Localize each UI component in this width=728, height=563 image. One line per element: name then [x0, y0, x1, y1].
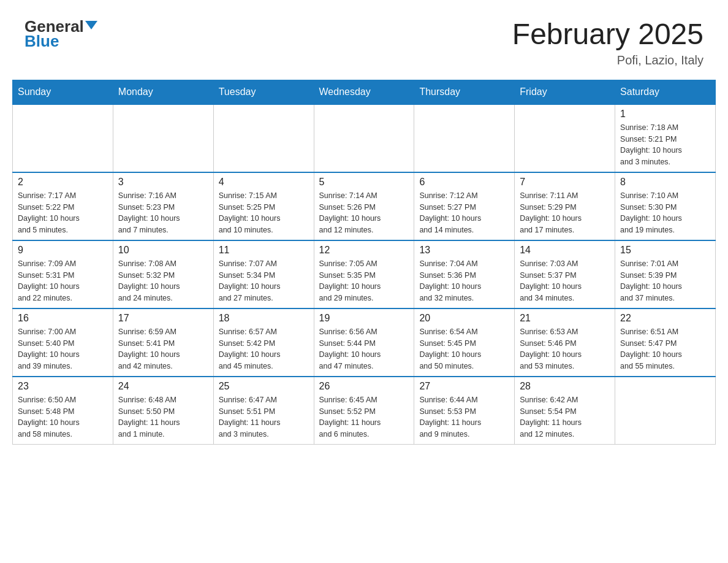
week-row-1: 1Sunrise: 7:18 AMSunset: 5:21 PMDaylight…	[13, 104, 716, 172]
calendar-cell: 26Sunrise: 6:45 AMSunset: 5:52 PMDayligh…	[314, 377, 414, 445]
calendar-cell: 23Sunrise: 6:50 AMSunset: 5:48 PMDayligh…	[13, 377, 113, 445]
day-number: 20	[419, 313, 509, 324]
day-info: Sunrise: 7:18 AMSunset: 5:21 PMDaylight:…	[620, 122, 710, 168]
day-number: 17	[118, 313, 208, 324]
calendar-cell: 25Sunrise: 6:47 AMSunset: 5:51 PMDayligh…	[213, 377, 314, 445]
day-number: 2	[18, 177, 108, 188]
calendar-table: Sunday Monday Tuesday Wednesday Thursday…	[12, 80, 716, 445]
header-wednesday: Wednesday	[314, 80, 414, 104]
day-number: 25	[219, 381, 309, 392]
calendar-cell: 8Sunrise: 7:10 AMSunset: 5:30 PMDaylight…	[615, 172, 716, 240]
day-info: Sunrise: 6:45 AMSunset: 5:52 PMDaylight:…	[319, 394, 409, 440]
day-info: Sunrise: 6:56 AMSunset: 5:44 PMDaylight:…	[319, 326, 409, 372]
day-number: 9	[18, 245, 108, 256]
day-number: 1	[620, 109, 710, 120]
day-number: 18	[219, 313, 309, 324]
day-info: Sunrise: 6:42 AMSunset: 5:54 PMDaylight:…	[520, 394, 610, 440]
day-number: 26	[319, 381, 409, 392]
calendar-cell	[414, 104, 515, 172]
day-info: Sunrise: 7:11 AMSunset: 5:29 PMDaylight:…	[520, 190, 610, 236]
calendar-cell: 22Sunrise: 6:51 AMSunset: 5:47 PMDayligh…	[615, 308, 716, 377]
day-number: 11	[219, 245, 309, 256]
day-info: Sunrise: 6:59 AMSunset: 5:41 PMDaylight:…	[118, 326, 208, 372]
day-info: Sunrise: 6:51 AMSunset: 5:47 PMDaylight:…	[620, 326, 710, 372]
day-number: 12	[319, 245, 409, 256]
week-row-4: 16Sunrise: 7:00 AMSunset: 5:40 PMDayligh…	[13, 308, 716, 377]
calendar-cell: 16Sunrise: 7:00 AMSunset: 5:40 PMDayligh…	[13, 308, 113, 377]
day-info: Sunrise: 7:00 AMSunset: 5:40 PMDaylight:…	[18, 326, 108, 372]
day-info: Sunrise: 6:57 AMSunset: 5:42 PMDaylight:…	[219, 326, 309, 372]
day-info: Sunrise: 7:08 AMSunset: 5:32 PMDaylight:…	[118, 258, 208, 304]
day-info: Sunrise: 7:07 AMSunset: 5:34 PMDaylight:…	[219, 258, 309, 304]
day-number: 3	[118, 177, 208, 188]
calendar-cell: 3Sunrise: 7:16 AMSunset: 5:23 PMDaylight…	[113, 172, 213, 240]
weekday-header-row: Sunday Monday Tuesday Wednesday Thursday…	[13, 80, 716, 104]
calendar-cell: 7Sunrise: 7:11 AMSunset: 5:29 PMDaylight…	[515, 172, 615, 240]
day-number: 23	[18, 381, 108, 392]
day-number: 8	[620, 177, 710, 188]
day-number: 10	[118, 245, 208, 256]
header-thursday: Thursday	[414, 80, 515, 104]
calendar-cell: 19Sunrise: 6:56 AMSunset: 5:44 PMDayligh…	[314, 308, 414, 377]
day-info: Sunrise: 6:53 AMSunset: 5:46 PMDaylight:…	[520, 326, 610, 372]
day-number: 14	[520, 245, 610, 256]
calendar-cell: 2Sunrise: 7:17 AMSunset: 5:22 PMDaylight…	[13, 172, 113, 240]
calendar-cell: 4Sunrise: 7:15 AMSunset: 5:25 PMDaylight…	[213, 172, 314, 240]
day-number: 7	[520, 177, 610, 188]
week-row-3: 9Sunrise: 7:09 AMSunset: 5:31 PMDaylight…	[13, 240, 716, 308]
week-row-5: 23Sunrise: 6:50 AMSunset: 5:48 PMDayligh…	[13, 377, 716, 445]
calendar-cell: 27Sunrise: 6:44 AMSunset: 5:53 PMDayligh…	[414, 377, 515, 445]
calendar-cell	[213, 104, 314, 172]
calendar-cell: 15Sunrise: 7:01 AMSunset: 5:39 PMDayligh…	[615, 240, 716, 308]
calendar-cell: 18Sunrise: 6:57 AMSunset: 5:42 PMDayligh…	[213, 308, 314, 377]
day-number: 6	[419, 177, 509, 188]
day-info: Sunrise: 6:44 AMSunset: 5:53 PMDaylight:…	[419, 394, 509, 440]
header-monday: Monday	[113, 80, 213, 104]
calendar-cell: 9Sunrise: 7:09 AMSunset: 5:31 PMDaylight…	[13, 240, 113, 308]
header-sunday: Sunday	[13, 80, 113, 104]
calendar-title: February 2025	[512, 18, 703, 51]
calendar-cell: 21Sunrise: 6:53 AMSunset: 5:46 PMDayligh…	[515, 308, 615, 377]
header-saturday: Saturday	[615, 80, 716, 104]
calendar-cell	[615, 377, 716, 445]
day-info: Sunrise: 6:54 AMSunset: 5:45 PMDaylight:…	[419, 326, 509, 372]
calendar-subtitle: Pofi, Lazio, Italy	[512, 53, 703, 67]
day-number: 22	[620, 313, 710, 324]
day-info: Sunrise: 6:47 AMSunset: 5:51 PMDaylight:…	[219, 394, 309, 440]
day-info: Sunrise: 7:09 AMSunset: 5:31 PMDaylight:…	[18, 258, 108, 304]
calendar-cell: 1Sunrise: 7:18 AMSunset: 5:21 PMDaylight…	[615, 104, 716, 172]
day-info: Sunrise: 7:16 AMSunset: 5:23 PMDaylight:…	[118, 190, 208, 236]
day-info: Sunrise: 7:15 AMSunset: 5:25 PMDaylight:…	[219, 190, 309, 236]
day-number: 19	[319, 313, 409, 324]
logo-blue-text: Blue	[25, 33, 59, 49]
calendar-cell: 20Sunrise: 6:54 AMSunset: 5:45 PMDayligh…	[414, 308, 515, 377]
day-info: Sunrise: 7:04 AMSunset: 5:36 PMDaylight:…	[419, 258, 509, 304]
day-number: 28	[520, 381, 610, 392]
header-tuesday: Tuesday	[213, 80, 314, 104]
day-info: Sunrise: 6:48 AMSunset: 5:50 PMDaylight:…	[118, 394, 208, 440]
calendar-cell: 6Sunrise: 7:12 AMSunset: 5:27 PMDaylight…	[414, 172, 515, 240]
day-info: Sunrise: 7:12 AMSunset: 5:27 PMDaylight:…	[419, 190, 509, 236]
day-number: 27	[419, 381, 509, 392]
page-header: General Blue February 2025 Pofi, Lazio, …	[12, 12, 716, 74]
calendar-cell: 17Sunrise: 6:59 AMSunset: 5:41 PMDayligh…	[113, 308, 213, 377]
day-number: 24	[118, 381, 208, 392]
day-info: Sunrise: 7:05 AMSunset: 5:35 PMDaylight:…	[319, 258, 409, 304]
day-number: 16	[18, 313, 108, 324]
day-number: 15	[620, 245, 710, 256]
week-row-2: 2Sunrise: 7:17 AMSunset: 5:22 PMDaylight…	[13, 172, 716, 240]
day-number: 21	[520, 313, 610, 324]
header-friday: Friday	[515, 80, 615, 104]
day-info: Sunrise: 7:01 AMSunset: 5:39 PMDaylight:…	[620, 258, 710, 304]
calendar-cell	[314, 104, 414, 172]
calendar-cell	[515, 104, 615, 172]
day-info: Sunrise: 7:17 AMSunset: 5:22 PMDaylight:…	[18, 190, 108, 236]
day-number: 13	[419, 245, 509, 256]
calendar-cell: 28Sunrise: 6:42 AMSunset: 5:54 PMDayligh…	[515, 377, 615, 445]
title-section: February 2025 Pofi, Lazio, Italy	[512, 18, 703, 67]
calendar-cell: 11Sunrise: 7:07 AMSunset: 5:34 PMDayligh…	[213, 240, 314, 308]
calendar-cell	[113, 104, 213, 172]
calendar-cell	[13, 104, 113, 172]
logo: General Blue	[25, 18, 97, 49]
day-info: Sunrise: 7:14 AMSunset: 5:26 PMDaylight:…	[319, 190, 409, 236]
